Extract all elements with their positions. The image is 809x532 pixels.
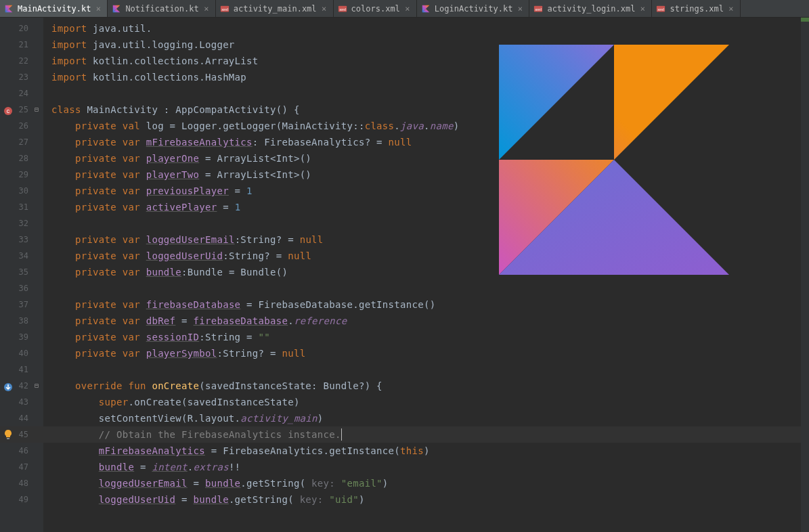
fold-handle[interactable] (32, 264, 41, 280)
code-line[interactable]: private var dbRef = firebaseDatabase.ref… (43, 313, 801, 329)
line-number[interactable]: 38 (0, 313, 43, 329)
line-number[interactable]: 31 (0, 199, 43, 215)
line-number[interactable]: 44 (0, 410, 43, 426)
line-number[interactable]: 23 (0, 69, 43, 85)
fold-handle[interactable] (32, 345, 41, 361)
fold-handle[interactable] (32, 167, 41, 183)
editor-tabs-bar: MainActivity.kt×Notification.kt×xmlactiv… (0, 0, 809, 18)
line-number[interactable]: 42⊟ (0, 378, 43, 394)
fold-handle[interactable] (32, 37, 41, 53)
fold-handle[interactable] (32, 361, 41, 378)
editor-tab[interactable]: xmlactivity_login.xml× (529, 0, 652, 17)
fold-handle[interactable] (32, 313, 41, 329)
line-number[interactable]: 32 (0, 215, 43, 231)
fold-handle[interactable]: ⊟ (32, 378, 41, 394)
fold-handle[interactable] (32, 280, 41, 296)
line-number[interactable]: 45 (0, 426, 43, 443)
line-number[interactable]: 29 (0, 167, 43, 183)
svg-marker-18 (499, 45, 614, 160)
fold-handle[interactable] (32, 426, 41, 443)
editor-body: 202122232425⊟c26272829303132333435363738… (0, 18, 809, 532)
fold-handle[interactable] (32, 394, 41, 410)
fold-handle[interactable] (32, 248, 41, 264)
code-line[interactable]: loggedUserEmail = bundle.getString( key:… (43, 475, 801, 491)
code-line[interactable]: super.onCreate(savedInstanceState) (43, 394, 801, 410)
line-number[interactable]: 36 (0, 280, 43, 296)
editor-tab[interactable]: LoginActivity.kt× (417, 0, 530, 17)
close-icon[interactable]: × (321, 4, 328, 14)
fold-handle[interactable] (32, 215, 41, 231)
line-number[interactable]: 39 (0, 329, 43, 345)
line-number[interactable]: 43 (0, 394, 43, 410)
error-stripe[interactable] (801, 18, 809, 532)
code-line[interactable]: // Obtain the FirebaseAnalytics instance… (43, 426, 801, 443)
fold-handle[interactable] (32, 296, 41, 313)
code-line[interactable]: private var playerSymbol:String? = null (43, 345, 801, 361)
fold-handle[interactable] (32, 410, 41, 426)
fold-handle[interactable] (32, 183, 41, 199)
editor-tab[interactable]: MainActivity.kt× (0, 0, 108, 17)
svg-text:xml: xml (221, 6, 228, 11)
close-icon[interactable]: × (404, 4, 411, 14)
fold-handle[interactable] (32, 53, 41, 69)
line-number[interactable]: 24 (0, 85, 43, 102)
fold-handle[interactable] (32, 475, 41, 491)
line-number[interactable]: 33 (0, 231, 43, 248)
fold-handle[interactable] (32, 69, 41, 85)
code-line[interactable]: override fun onCreate(savedInstanceState… (43, 378, 801, 394)
line-number[interactable]: 26 (0, 118, 43, 134)
line-number[interactable]: 37 (0, 296, 43, 313)
fold-handle[interactable] (32, 443, 41, 459)
code-line[interactable] (43, 361, 801, 378)
intention-bulb-icon (3, 426, 14, 443)
close-icon[interactable]: × (728, 4, 735, 14)
tab-label: LoginActivity.kt (435, 4, 513, 14)
fold-handle[interactable] (32, 20, 41, 37)
line-number[interactable]: 49 (0, 491, 43, 508)
line-number[interactable]: 34 (0, 248, 43, 264)
code-text-area[interactable]: import java.util.import java.util.loggin… (43, 18, 801, 532)
line-number[interactable]: 21 (0, 37, 43, 53)
line-number[interactable]: 46 (0, 443, 43, 459)
fold-handle[interactable] (32, 491, 41, 508)
code-line[interactable]: import java.util. (43, 20, 801, 37)
code-line[interactable] (43, 280, 801, 296)
line-number[interactable]: 27 (0, 134, 43, 150)
svg-text:xml: xml (535, 6, 542, 11)
line-number[interactable]: 41 (0, 361, 43, 378)
line-number[interactable]: 22 (0, 53, 43, 69)
line-number-gutter[interactable]: 202122232425⊟c26272829303132333435363738… (0, 18, 43, 532)
fold-handle[interactable] (32, 459, 41, 475)
fold-handle[interactable] (32, 231, 41, 248)
line-number[interactable]: 25⊟c (0, 102, 43, 118)
fold-handle[interactable] (32, 85, 41, 102)
fold-handle[interactable] (32, 150, 41, 167)
fold-handle[interactable] (32, 118, 41, 134)
fold-handle[interactable] (32, 199, 41, 215)
line-number[interactable]: 48 (0, 475, 43, 491)
line-number[interactable]: 20 (0, 20, 43, 37)
code-line[interactable]: mFirebaseAnalytics = FirebaseAnalytics.g… (43, 443, 801, 459)
code-line[interactable]: setContentView(R.layout.activity_main) (43, 410, 801, 426)
editor-tab[interactable]: Notification.kt× (108, 0, 215, 17)
close-icon[interactable]: × (639, 4, 646, 14)
close-icon[interactable]: × (517, 4, 523, 14)
line-number[interactable]: 30 (0, 183, 43, 199)
line-number[interactable]: 40 (0, 345, 43, 361)
code-line[interactable]: private var sessionID:String = "" (43, 329, 801, 345)
editor-tab[interactable]: xmlstrings.xml× (652, 0, 740, 17)
editor-tab[interactable]: xmlcolors.xml× (334, 0, 417, 17)
code-line[interactable]: bundle = intent.extras!! (43, 459, 801, 475)
code-line[interactable]: private var firebaseDatabase = FirebaseD… (43, 296, 801, 313)
line-number[interactable]: 47 (0, 459, 43, 475)
line-number[interactable]: 35 (0, 264, 43, 280)
close-icon[interactable]: × (95, 4, 102, 14)
fold-handle[interactable] (32, 329, 41, 345)
svg-rect-17 (7, 438, 9, 439)
code-line[interactable]: loggedUserUid = bundle.getString( key: "… (43, 491, 801, 508)
fold-handle[interactable]: ⊟ (32, 102, 41, 118)
fold-handle[interactable] (32, 134, 41, 150)
line-number[interactable]: 28 (0, 150, 43, 167)
close-icon[interactable]: × (203, 4, 210, 14)
editor-tab[interactable]: xmlactivity_main.xml× (216, 0, 334, 17)
